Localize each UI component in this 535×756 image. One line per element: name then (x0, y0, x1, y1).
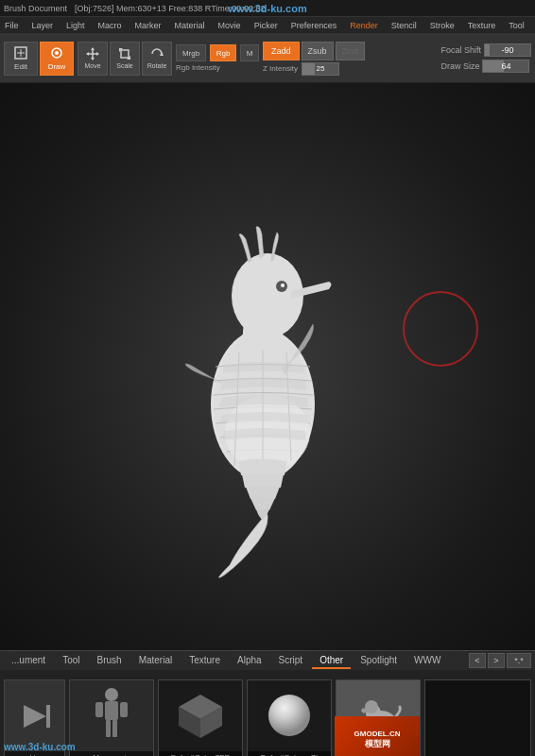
tab-brush[interactable]: Brush (90, 653, 129, 669)
svg-point-34 (365, 700, 378, 713)
z-buttons-group: Zadd Zsub Zcut Z Intensity 25 (263, 42, 365, 76)
svg-point-4 (55, 51, 59, 55)
tab-prev-button[interactable]: < (469, 653, 486, 668)
mannequin-icon (88, 685, 135, 747)
gmodel-badge: GMODEL.CN 模型网 (335, 716, 420, 756)
svg-point-31 (268, 695, 310, 736)
bottom-shelf: blv Mannequin DefaultCube (0, 671, 535, 756)
zadd-button[interactable]: Zadd (263, 42, 300, 60)
draw-size-label: Draw Size (440, 61, 479, 71)
draw-size-value: 64 (483, 60, 528, 72)
tab-tool[interactable]: Tool (55, 653, 87, 669)
cube-preview-area (175, 680, 227, 751)
rgb-section: Mrgb Rgb M Rgb Intensity (176, 44, 259, 72)
shelf-item-demo[interactable]: Demo... GMODEL.CN 模型网 (336, 679, 421, 756)
tab-www[interactable]: WWW (406, 653, 448, 669)
move-button[interactable]: Move (78, 42, 108, 76)
shelf-item-defaultsphere[interactable]: DefaultSphere.ZI (247, 679, 332, 756)
menu-texture[interactable]: Texture (465, 21, 499, 30)
svg-rect-25 (120, 702, 128, 717)
toolbar: Edit Draw Move (0, 34, 535, 83)
draw-button[interactable]: Draw (40, 42, 74, 76)
rgb-row-top: Mrgb Rgb M (176, 44, 259, 61)
menu-layer[interactable]: Layer (29, 21, 57, 30)
menu-macro[interactable]: Macro (95, 21, 125, 30)
svg-rect-9 (121, 50, 129, 58)
focal-shift-value: -90 (485, 44, 530, 56)
canvas-area[interactable] (0, 83, 535, 650)
menu-preferences[interactable]: Preferences (288, 21, 340, 30)
watermark-top: www.3d-ku.com (228, 3, 306, 14)
tab-script[interactable]: Script (271, 653, 311, 669)
tab-document[interactable]: ...ument (4, 653, 53, 669)
sphere-icon (264, 690, 316, 742)
tab-other[interactable]: Other (312, 653, 351, 669)
tab-extra-button[interactable]: *.* (507, 653, 531, 668)
shelf-item-dark[interactable] (424, 679, 531, 756)
svg-marker-7 (86, 52, 89, 56)
svg-rect-21 (46, 705, 50, 728)
svg-rect-27 (112, 720, 117, 737)
zcut-button[interactable]: Zcut (336, 42, 366, 60)
watermark-bottom-left: www.3d-ku.com (4, 742, 76, 752)
menu-stroke[interactable]: Stroke (427, 21, 457, 30)
menu-tool[interactable]: Tool (506, 21, 527, 30)
params-col: Focal Shift -90 Draw Size 64 (440, 43, 531, 73)
menu-material[interactable]: Material (172, 21, 208, 30)
focal-shift-label: Focal Shift (440, 45, 481, 55)
rotate-button[interactable]: Rotate (142, 42, 172, 76)
scale-button[interactable]: Scale (110, 42, 140, 76)
shelf-item-mannequin[interactable]: Mannequin (69, 679, 154, 756)
rgb-intensity-row: Rgb Intensity (176, 63, 220, 72)
brush-doc-label: Brush Document (4, 4, 67, 13)
focal-shift-slider[interactable]: -90 (484, 43, 531, 57)
tab-texture[interactable]: Texture (181, 653, 228, 669)
svg-point-16 (281, 284, 285, 287)
tab-navigation: < > *.* (469, 653, 531, 668)
z-intensity-label: Z Intensity (263, 64, 298, 73)
tab-spotlight[interactable]: Spotlight (353, 653, 405, 669)
zsub-button[interactable]: Zsub (302, 42, 334, 60)
svg-marker-20 (24, 705, 46, 728)
tab-alpha[interactable]: Alpha (230, 653, 269, 669)
menu-movie[interactable]: Movie (216, 21, 244, 30)
z-intensity-slider[interactable]: 25 (302, 62, 339, 76)
menu-bar: File Layer Light Macro Marker Material M… (0, 17, 535, 34)
m-button[interactable]: M (240, 44, 259, 61)
focal-row: Focal Shift -90 (440, 43, 531, 57)
seahorse-svg (154, 121, 381, 593)
edit-button[interactable]: Edit (4, 42, 38, 76)
blv-icon-area (16, 680, 54, 751)
menu-light[interactable]: Light (63, 21, 88, 30)
svg-marker-10 (160, 52, 164, 56)
menu-marker[interactable]: Marker (132, 21, 164, 30)
shelf-sphere-label: DefaultSphere.ZI (248, 751, 331, 756)
tab-material[interactable]: Material (131, 653, 181, 669)
menu-render[interactable]: Render (347, 21, 381, 30)
gmodel-line2: 模型网 (365, 738, 390, 750)
rgb-button[interactable]: Rgb (210, 44, 236, 61)
z-intensity-row: Z Intensity 25 (263, 62, 365, 76)
menu-file[interactable]: File (2, 21, 22, 30)
menu-stencil[interactable]: Stencil (388, 21, 420, 30)
mannequin-preview-area (88, 680, 135, 751)
edit-draw-group: Edit Draw (4, 42, 74, 76)
shelf-mannequin-label: Mannequin (70, 751, 153, 756)
gmodel-line1: GMODEL.CN (354, 730, 401, 738)
z-buttons-row: Zadd Zsub Zcut (263, 42, 365, 60)
menu-picker[interactable]: Picker (251, 21, 281, 30)
svg-marker-6 (91, 58, 95, 60)
svg-rect-26 (106, 720, 111, 737)
bottom-tabs: ...ument Tool Brush Material Texture Alp… (0, 650, 535, 671)
draw-size-slider[interactable]: 64 (482, 60, 529, 73)
svg-rect-23 (105, 701, 118, 720)
svg-rect-24 (95, 702, 103, 717)
mrgb-button[interactable]: Mrgb (176, 44, 206, 61)
cube-icon (175, 690, 227, 742)
seahorse-model (154, 121, 381, 593)
brush-circle-indicator (403, 291, 478, 367)
shelf-item-defaultcube[interactable]: DefaultCube.ZPR (158, 679, 243, 756)
svg-marker-8 (96, 52, 99, 56)
tab-next-button[interactable]: > (488, 653, 505, 668)
rotate-icon (150, 47, 164, 60)
